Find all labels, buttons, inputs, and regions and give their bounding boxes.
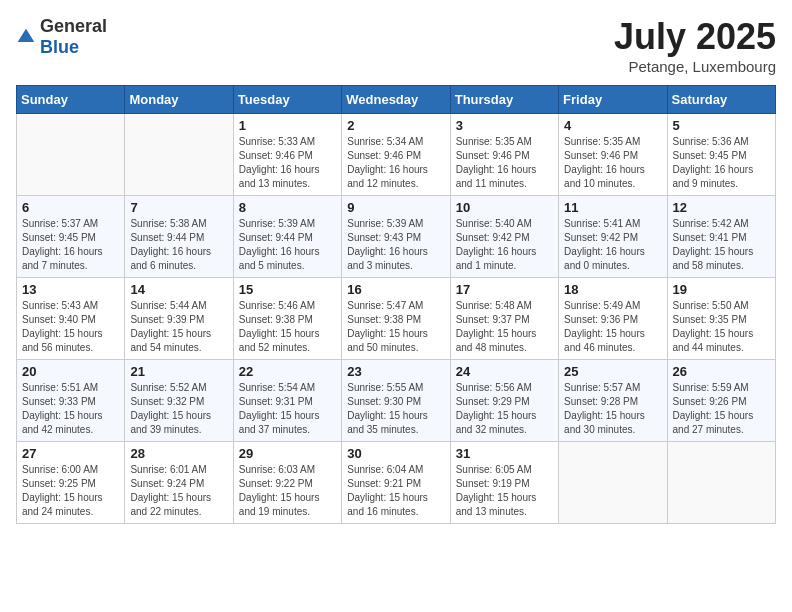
logo-blue: Blue bbox=[40, 37, 79, 57]
day-header-sunday: Sunday bbox=[17, 86, 125, 114]
calendar-day-cell: 8Sunrise: 5:39 AMSunset: 9:44 PMDaylight… bbox=[233, 196, 341, 278]
calendar-day-cell: 3Sunrise: 5:35 AMSunset: 9:46 PMDaylight… bbox=[450, 114, 558, 196]
day-header-wednesday: Wednesday bbox=[342, 86, 450, 114]
day-number: 20 bbox=[22, 364, 119, 379]
day-header-monday: Monday bbox=[125, 86, 233, 114]
calendar-table: SundayMondayTuesdayWednesdayThursdayFrid… bbox=[16, 85, 776, 524]
day-info: Sunrise: 5:41 AMSunset: 9:42 PMDaylight:… bbox=[564, 217, 661, 273]
calendar-day-cell: 5Sunrise: 5:36 AMSunset: 9:45 PMDaylight… bbox=[667, 114, 775, 196]
day-info: Sunrise: 5:52 AMSunset: 9:32 PMDaylight:… bbox=[130, 381, 227, 437]
day-info: Sunrise: 5:40 AMSunset: 9:42 PMDaylight:… bbox=[456, 217, 553, 273]
calendar-day-cell bbox=[17, 114, 125, 196]
calendar-day-cell: 24Sunrise: 5:56 AMSunset: 9:29 PMDayligh… bbox=[450, 360, 558, 442]
calendar-day-cell: 14Sunrise: 5:44 AMSunset: 9:39 PMDayligh… bbox=[125, 278, 233, 360]
day-info: Sunrise: 5:33 AMSunset: 9:46 PMDaylight:… bbox=[239, 135, 336, 191]
calendar-day-cell: 25Sunrise: 5:57 AMSunset: 9:28 PMDayligh… bbox=[559, 360, 667, 442]
day-number: 12 bbox=[673, 200, 770, 215]
day-info: Sunrise: 6:05 AMSunset: 9:19 PMDaylight:… bbox=[456, 463, 553, 519]
day-info: Sunrise: 5:48 AMSunset: 9:37 PMDaylight:… bbox=[456, 299, 553, 355]
day-number: 6 bbox=[22, 200, 119, 215]
day-number: 2 bbox=[347, 118, 444, 133]
day-number: 8 bbox=[239, 200, 336, 215]
calendar-day-cell: 6Sunrise: 5:37 AMSunset: 9:45 PMDaylight… bbox=[17, 196, 125, 278]
day-info: Sunrise: 5:49 AMSunset: 9:36 PMDaylight:… bbox=[564, 299, 661, 355]
logo-icon bbox=[16, 27, 36, 47]
calendar-day-cell: 20Sunrise: 5:51 AMSunset: 9:33 PMDayligh… bbox=[17, 360, 125, 442]
day-info: Sunrise: 5:57 AMSunset: 9:28 PMDaylight:… bbox=[564, 381, 661, 437]
day-info: Sunrise: 5:39 AMSunset: 9:43 PMDaylight:… bbox=[347, 217, 444, 273]
calendar-day-cell bbox=[559, 442, 667, 524]
calendar-day-cell: 12Sunrise: 5:42 AMSunset: 9:41 PMDayligh… bbox=[667, 196, 775, 278]
day-info: Sunrise: 5:35 AMSunset: 9:46 PMDaylight:… bbox=[564, 135, 661, 191]
calendar-day-cell: 29Sunrise: 6:03 AMSunset: 9:22 PMDayligh… bbox=[233, 442, 341, 524]
day-info: Sunrise: 5:36 AMSunset: 9:45 PMDaylight:… bbox=[673, 135, 770, 191]
day-number: 7 bbox=[130, 200, 227, 215]
logo-text: General Blue bbox=[40, 16, 107, 58]
calendar-day-cell bbox=[667, 442, 775, 524]
calendar-day-cell bbox=[125, 114, 233, 196]
calendar-day-cell: 28Sunrise: 6:01 AMSunset: 9:24 PMDayligh… bbox=[125, 442, 233, 524]
month-year-title: July 2025 bbox=[614, 16, 776, 58]
day-number: 23 bbox=[347, 364, 444, 379]
day-number: 30 bbox=[347, 446, 444, 461]
calendar-day-cell: 10Sunrise: 5:40 AMSunset: 9:42 PMDayligh… bbox=[450, 196, 558, 278]
calendar-week-row: 20Sunrise: 5:51 AMSunset: 9:33 PMDayligh… bbox=[17, 360, 776, 442]
day-header-tuesday: Tuesday bbox=[233, 86, 341, 114]
calendar-day-cell: 15Sunrise: 5:46 AMSunset: 9:38 PMDayligh… bbox=[233, 278, 341, 360]
day-number: 31 bbox=[456, 446, 553, 461]
calendar-day-cell: 16Sunrise: 5:47 AMSunset: 9:38 PMDayligh… bbox=[342, 278, 450, 360]
calendar-day-cell: 21Sunrise: 5:52 AMSunset: 9:32 PMDayligh… bbox=[125, 360, 233, 442]
calendar-day-cell: 2Sunrise: 5:34 AMSunset: 9:46 PMDaylight… bbox=[342, 114, 450, 196]
calendar-week-row: 1Sunrise: 5:33 AMSunset: 9:46 PMDaylight… bbox=[17, 114, 776, 196]
day-number: 5 bbox=[673, 118, 770, 133]
day-info: Sunrise: 5:54 AMSunset: 9:31 PMDaylight:… bbox=[239, 381, 336, 437]
calendar-day-cell: 18Sunrise: 5:49 AMSunset: 9:36 PMDayligh… bbox=[559, 278, 667, 360]
page-header: General Blue July 2025 Petange, Luxembou… bbox=[16, 16, 776, 75]
day-header-saturday: Saturday bbox=[667, 86, 775, 114]
day-number: 16 bbox=[347, 282, 444, 297]
calendar-week-row: 13Sunrise: 5:43 AMSunset: 9:40 PMDayligh… bbox=[17, 278, 776, 360]
day-header-friday: Friday bbox=[559, 86, 667, 114]
calendar-day-cell: 19Sunrise: 5:50 AMSunset: 9:35 PMDayligh… bbox=[667, 278, 775, 360]
day-number: 1 bbox=[239, 118, 336, 133]
title-block: July 2025 Petange, Luxembourg bbox=[614, 16, 776, 75]
day-info: Sunrise: 5:34 AMSunset: 9:46 PMDaylight:… bbox=[347, 135, 444, 191]
calendar-day-cell: 30Sunrise: 6:04 AMSunset: 9:21 PMDayligh… bbox=[342, 442, 450, 524]
day-info: Sunrise: 6:04 AMSunset: 9:21 PMDaylight:… bbox=[347, 463, 444, 519]
day-info: Sunrise: 5:39 AMSunset: 9:44 PMDaylight:… bbox=[239, 217, 336, 273]
day-info: Sunrise: 6:03 AMSunset: 9:22 PMDaylight:… bbox=[239, 463, 336, 519]
day-info: Sunrise: 6:00 AMSunset: 9:25 PMDaylight:… bbox=[22, 463, 119, 519]
day-number: 24 bbox=[456, 364, 553, 379]
calendar-header-row: SundayMondayTuesdayWednesdayThursdayFrid… bbox=[17, 86, 776, 114]
calendar-day-cell: 1Sunrise: 5:33 AMSunset: 9:46 PMDaylight… bbox=[233, 114, 341, 196]
day-number: 15 bbox=[239, 282, 336, 297]
logo-general: General bbox=[40, 16, 107, 36]
day-number: 3 bbox=[456, 118, 553, 133]
location-subtitle: Petange, Luxembourg bbox=[614, 58, 776, 75]
calendar-day-cell: 13Sunrise: 5:43 AMSunset: 9:40 PMDayligh… bbox=[17, 278, 125, 360]
day-number: 18 bbox=[564, 282, 661, 297]
calendar-week-row: 27Sunrise: 6:00 AMSunset: 9:25 PMDayligh… bbox=[17, 442, 776, 524]
day-info: Sunrise: 5:47 AMSunset: 9:38 PMDaylight:… bbox=[347, 299, 444, 355]
calendar-day-cell: 9Sunrise: 5:39 AMSunset: 9:43 PMDaylight… bbox=[342, 196, 450, 278]
day-info: Sunrise: 5:44 AMSunset: 9:39 PMDaylight:… bbox=[130, 299, 227, 355]
day-info: Sunrise: 5:38 AMSunset: 9:44 PMDaylight:… bbox=[130, 217, 227, 273]
day-number: 22 bbox=[239, 364, 336, 379]
day-number: 10 bbox=[456, 200, 553, 215]
day-info: Sunrise: 5:51 AMSunset: 9:33 PMDaylight:… bbox=[22, 381, 119, 437]
day-number: 26 bbox=[673, 364, 770, 379]
calendar-day-cell: 26Sunrise: 5:59 AMSunset: 9:26 PMDayligh… bbox=[667, 360, 775, 442]
day-info: Sunrise: 5:55 AMSunset: 9:30 PMDaylight:… bbox=[347, 381, 444, 437]
calendar-day-cell: 7Sunrise: 5:38 AMSunset: 9:44 PMDaylight… bbox=[125, 196, 233, 278]
day-info: Sunrise: 5:43 AMSunset: 9:40 PMDaylight:… bbox=[22, 299, 119, 355]
day-info: Sunrise: 6:01 AMSunset: 9:24 PMDaylight:… bbox=[130, 463, 227, 519]
day-number: 19 bbox=[673, 282, 770, 297]
day-number: 17 bbox=[456, 282, 553, 297]
day-number: 27 bbox=[22, 446, 119, 461]
day-number: 25 bbox=[564, 364, 661, 379]
day-info: Sunrise: 5:56 AMSunset: 9:29 PMDaylight:… bbox=[456, 381, 553, 437]
day-number: 28 bbox=[130, 446, 227, 461]
day-number: 13 bbox=[22, 282, 119, 297]
day-info: Sunrise: 5:42 AMSunset: 9:41 PMDaylight:… bbox=[673, 217, 770, 273]
day-number: 4 bbox=[564, 118, 661, 133]
